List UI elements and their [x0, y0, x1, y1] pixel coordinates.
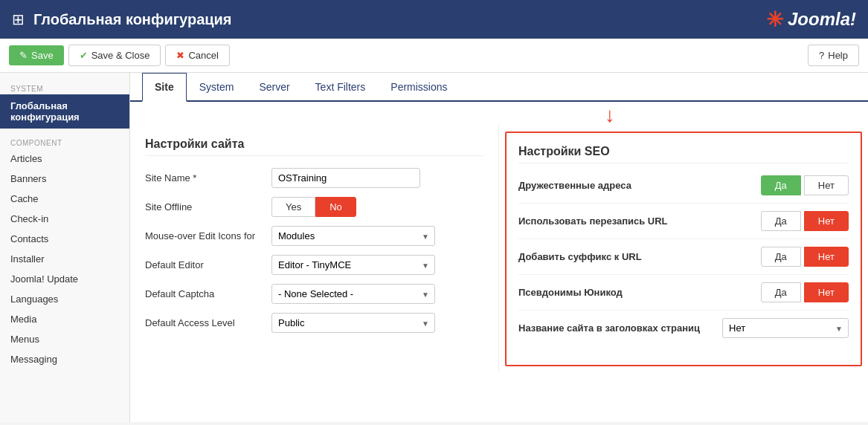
page-title: Глобальная конфигурация: [33, 11, 232, 28]
seo-row-url-rewrite: Использовать перезапись URL Да Нет: [518, 211, 849, 239]
left-panel: Настройки сайта Site Name * Site Offline…: [130, 126, 499, 372]
mouseover-select-wrapper: Modules ▼: [271, 226, 435, 246]
tab-site[interactable]: Site: [142, 73, 187, 102]
save-close-button[interactable]: ✔ Save & Close: [68, 45, 161, 66]
site-offline-label: Site Offline: [145, 201, 264, 212]
sidebar-item-installer[interactable]: Installer: [0, 249, 129, 269]
component-section-label: COMPONENT: [0, 136, 129, 149]
sidebar-item-banners[interactable]: Banners: [0, 169, 129, 189]
unicode-no[interactable]: Нет: [804, 282, 849, 302]
seo-row-url-suffix: Добавить суффикс к URL Да Нет: [518, 247, 849, 275]
site-name-label: Site Name *: [145, 172, 264, 184]
mouseover-select[interactable]: Modules: [271, 226, 435, 246]
sidebar-item-menus[interactable]: Menus: [0, 329, 129, 349]
url-suffix-toggle: Да Нет: [761, 247, 849, 267]
sidebar-item-joomla-update[interactable]: Joomla! Update: [0, 269, 129, 289]
help-button[interactable]: ? Help: [808, 45, 859, 66]
friendly-urls-label: Дружественные адреса: [518, 180, 755, 191]
sidebar-item-cache[interactable]: Cache: [0, 189, 129, 209]
unicode-label: Псевдонимы Юникод: [518, 287, 755, 298]
arrow-indicator: ↓: [130, 105, 868, 126]
unicode-toggle: Да Нет: [761, 282, 849, 302]
sidebar: SYSTEM Глобальная конфигурация COMPONENT…: [0, 73, 130, 422]
site-name-titles-select[interactable]: Нет: [722, 318, 849, 338]
tab-permissions[interactable]: Permissions: [378, 73, 460, 102]
help-label: Help: [828, 50, 848, 61]
url-rewrite-no[interactable]: Нет: [804, 211, 849, 231]
check-icon: ✔: [80, 50, 88, 61]
form-row-site-name: Site Name *: [145, 168, 483, 188]
x-icon: ✖: [176, 50, 184, 61]
sidebar-item-contacts[interactable]: Contacts: [0, 229, 129, 249]
site-name-titles-label: Название сайта в заголовках страниц: [518, 322, 716, 334]
joomla-asterisk-icon: ✳: [766, 7, 783, 32]
main-layout: SYSTEM Глобальная конфигурация COMPONENT…: [0, 73, 868, 422]
sidebar-item-global-config[interactable]: Глобальная конфигурация: [0, 94, 129, 129]
content-area: Site System Server Text Filters Permissi…: [130, 73, 868, 422]
toolbar: ✎ Save ✔ Save & Close ✖ Cancel ? Help: [0, 39, 868, 73]
save-button[interactable]: ✎ Save: [9, 45, 64, 65]
site-settings-title: Настройки сайта: [145, 137, 483, 156]
seo-row-unicode: Псевдонимы Юникод Да Нет: [518, 282, 849, 311]
site-offline-no[interactable]: No: [315, 197, 356, 217]
site-name-titles-select-wrapper: Нет ▼: [722, 318, 849, 338]
question-icon: ?: [819, 50, 824, 61]
friendly-urls-yes[interactable]: Да: [761, 175, 801, 195]
joomla-logo: ✳ Joomla!: [766, 7, 856, 32]
seo-settings-title: Настройки SEO: [518, 145, 849, 163]
cancel-label: Cancel: [188, 50, 218, 61]
unicode-yes[interactable]: Да: [761, 282, 801, 302]
sidebar-item-messaging[interactable]: Messaging: [0, 349, 129, 369]
two-col-content: Настройки сайта Site Name * Site Offline…: [130, 126, 868, 372]
form-row-access: Default Access Level Public ▼: [145, 313, 483, 333]
form-row-site-offline: Site Offline Yes No: [145, 197, 483, 217]
cancel-button[interactable]: ✖ Cancel: [165, 45, 229, 66]
sidebar-item-articles[interactable]: Articles: [0, 149, 129, 169]
mouseover-label: Mouse-over Edit Icons for: [145, 230, 264, 241]
site-offline-yes[interactable]: Yes: [271, 197, 315, 217]
url-rewrite-toggle: Да Нет: [761, 211, 849, 231]
captcha-select[interactable]: - None Selected -: [271, 284, 435, 304]
friendly-urls-toggle: Да Нет: [761, 175, 849, 195]
save-icon: ✎: [19, 50, 28, 61]
sidebar-item-media[interactable]: Media: [0, 309, 129, 329]
captcha-select-wrapper: - None Selected - ▼: [271, 284, 435, 304]
tab-text-filters[interactable]: Text Filters: [303, 73, 379, 102]
captcha-label: Default Captcha: [145, 288, 264, 299]
header-left: ⊞ Глобальная конфигурация: [12, 10, 232, 28]
friendly-urls-no[interactable]: Нет: [804, 175, 849, 195]
save-close-label: Save & Close: [91, 50, 150, 61]
save-label: Save: [31, 50, 54, 61]
right-panel-seo: Настройки SEO Дружественные адреса Да Не…: [505, 132, 862, 366]
grid-icon: ⊞: [12, 10, 25, 28]
form-row-mouseover: Mouse-over Edit Icons for Modules ▼: [145, 226, 483, 246]
sidebar-item-checkin[interactable]: Check-in: [0, 209, 129, 229]
header: ⊞ Глобальная конфигурация ✳ Joomla!: [0, 0, 868, 39]
url-rewrite-yes[interactable]: Да: [761, 211, 801, 231]
tab-server[interactable]: Server: [246, 73, 302, 102]
tab-bar: Site System Server Text Filters Permissi…: [130, 73, 868, 102]
system-section-label: SYSTEM: [0, 82, 129, 94]
url-suffix-no[interactable]: Нет: [804, 247, 849, 267]
seo-row-site-name-titles: Название сайта в заголовках страниц Нет …: [518, 318, 849, 345]
arrow-down-icon: ↓: [605, 105, 615, 126]
editor-select-wrapper: Editor - TinyMCE ▼: [271, 255, 435, 275]
site-offline-toggle: Yes No: [271, 197, 356, 217]
editor-label: Default Editor: [145, 259, 264, 270]
form-row-captcha: Default Captcha - None Selected - ▼: [145, 284, 483, 304]
url-rewrite-label: Использовать перезапись URL: [518, 215, 755, 227]
editor-select[interactable]: Editor - TinyMCE: [271, 255, 435, 275]
site-name-input[interactable]: [271, 168, 420, 188]
access-label: Default Access Level: [145, 317, 264, 328]
form-row-editor: Default Editor Editor - TinyMCE ▼: [145, 255, 483, 275]
sidebar-active-label: Глобальная конфигурация: [10, 100, 80, 123]
url-suffix-yes[interactable]: Да: [761, 247, 801, 267]
access-select-wrapper: Public ▼: [271, 313, 435, 333]
sidebar-item-languages[interactable]: Languages: [0, 289, 129, 309]
seo-row-friendly-urls: Дружественные адреса Да Нет: [518, 175, 849, 204]
joomla-logo-text: Joomla!: [788, 9, 856, 30]
url-suffix-label: Добавить суффикс к URL: [518, 251, 755, 262]
access-select[interactable]: Public: [271, 313, 435, 333]
tab-system[interactable]: System: [187, 73, 247, 102]
